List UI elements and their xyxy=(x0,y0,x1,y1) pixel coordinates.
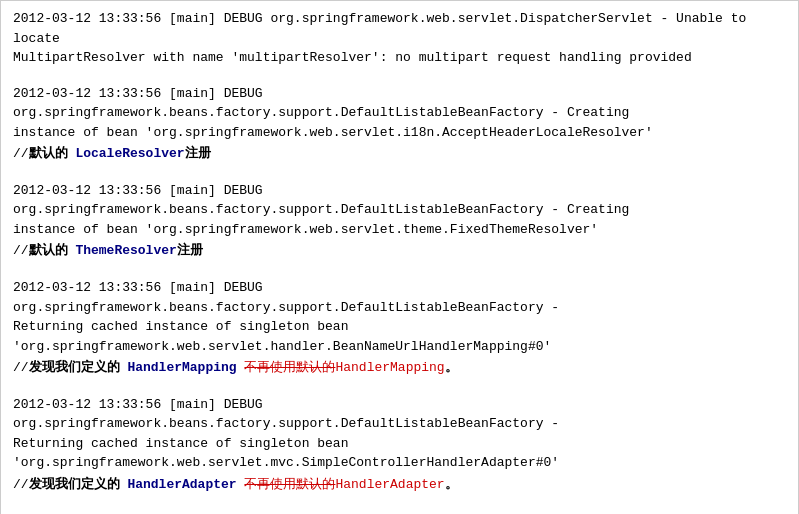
comment-bold-cn-3: 默认的 xyxy=(29,243,68,258)
comment-code-3: ThemeResolver xyxy=(68,243,177,258)
comment-code-5: HandlerAdapter xyxy=(120,477,245,492)
comment-bold-cn-4: 发现我们定义的 xyxy=(29,360,120,375)
comment-prefix-3: // xyxy=(13,243,29,258)
log-text-1: 2012-03-12 13:33:56 [main] DEBUG org.spr… xyxy=(13,9,786,68)
comment-red-4: 不再使用默认的 xyxy=(244,360,335,375)
log-container: 2012-03-12 13:33:56 [main] DEBUG org.spr… xyxy=(0,0,799,514)
comment-2: //默认的 LocaleResolver注册 xyxy=(13,144,786,165)
comment-end-5: 。 xyxy=(445,477,458,492)
log-block-2: 2012-03-12 13:33:56 [main] DEBUG org.spr… xyxy=(13,84,786,165)
log-block-5: 2012-03-12 13:33:56 [main] DEBUG org.spr… xyxy=(13,395,786,496)
comment-suffix-3: 注册 xyxy=(177,243,203,258)
comment-5: //发现我们定义的 HandlerAdapter 不再使用默认的HandlerA… xyxy=(13,475,786,496)
comment-bold-cn-5: 发现我们定义的 xyxy=(29,477,120,492)
comment-end-4: 。 xyxy=(445,360,458,375)
log-text-5: 2012-03-12 13:33:56 [main] DEBUG org.spr… xyxy=(13,395,786,473)
log-block-4: 2012-03-12 13:33:56 [main] DEBUG org.spr… xyxy=(13,278,786,379)
comment-red-code-5: HandlerAdapter xyxy=(335,477,444,492)
comment-bold-cn-2: 默认的 xyxy=(29,146,68,161)
comment-code-4: HandlerMapping xyxy=(120,360,245,375)
comment-prefix-5: // xyxy=(13,477,29,492)
comment-code-2: LocaleResolver xyxy=(68,146,185,161)
log-block-3: 2012-03-12 13:33:56 [main] DEBUG org.spr… xyxy=(13,181,786,262)
comment-red-code-4: HandlerMapping xyxy=(335,360,444,375)
comment-3: //默认的 ThemeResolver注册 xyxy=(13,241,786,262)
comment-prefix-4: // xyxy=(13,360,29,375)
log-text-3: 2012-03-12 13:33:56 [main] DEBUG org.spr… xyxy=(13,181,786,240)
log-text-4: 2012-03-12 13:33:56 [main] DEBUG org.spr… xyxy=(13,278,786,356)
comment-suffix-2: 注册 xyxy=(185,146,211,161)
comment-4: //发现我们定义的 HandlerMapping 不再使用默认的HandlerM… xyxy=(13,358,786,379)
comment-prefix-2: // xyxy=(13,146,29,161)
log-text-2: 2012-03-12 13:33:56 [main] DEBUG org.spr… xyxy=(13,84,786,143)
comment-red-5: 不再使用默认的 xyxy=(244,477,335,492)
log-block-1: 2012-03-12 13:33:56 [main] DEBUG org.spr… xyxy=(13,9,786,68)
